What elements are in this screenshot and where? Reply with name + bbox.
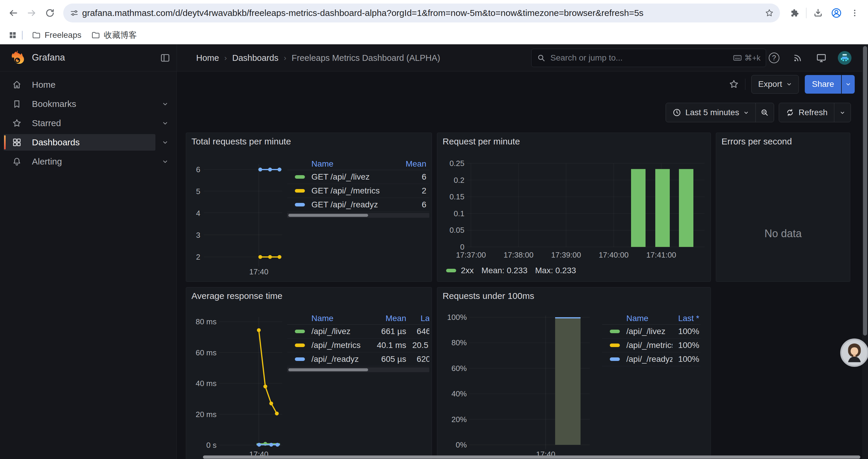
reload-icon[interactable] <box>41 4 59 22</box>
legend-header-name[interactable]: Name <box>287 314 370 323</box>
legend-row[interactable]: /api/_/metrics 40.1 ms 20.5 ms <box>287 338 429 352</box>
news-rss-icon[interactable] <box>792 52 803 64</box>
scrollbar-thumb[interactable] <box>288 214 368 217</box>
legend-row[interactable]: GET /api/_/metrics 2 <box>287 184 429 198</box>
series-name[interactable]: GET /api/_/livez <box>311 172 397 182</box>
extensions-icon[interactable] <box>785 4 804 22</box>
legend-row[interactable]: GET /api/_/livez 6 <box>287 170 429 184</box>
time-controls: Last 5 minutes Refresh <box>665 103 851 122</box>
dashboard-actions: Export Share <box>728 75 855 94</box>
legend-scrollbar[interactable] <box>287 367 429 372</box>
sidebar-item-bookmarks[interactable]: Bookmarks <box>0 96 176 112</box>
series-name[interactable]: GET /api/_/metrics <box>311 186 397 196</box>
zoom-out-button[interactable] <box>755 103 774 122</box>
browser-menu-icon[interactable] <box>845 4 864 22</box>
sidebar-item-home[interactable]: Home <box>0 76 176 93</box>
request-per-minute-chart[interactable]: 17:37:0017:38:0017:39:0017:40:0017:41:00… <box>437 133 711 282</box>
sidebar-item-alerting[interactable]: Alerting <box>0 153 176 170</box>
panel-title[interactable]: Request per minute <box>442 136 520 146</box>
share-dropdown-button[interactable] <box>842 75 855 94</box>
series-name[interactable]: /api/_/livez <box>311 327 370 336</box>
legend-header-mean[interactable]: Mean <box>370 314 406 323</box>
legend-header-name[interactable]: Name <box>602 314 673 323</box>
y-axis-tick: 0 s <box>188 441 217 450</box>
series-name[interactable]: /api/_/livez <box>626 327 673 336</box>
user-avatar[interactable] <box>838 51 851 65</box>
export-button[interactable]: Export <box>751 75 799 94</box>
y-axis-tick: 4 <box>188 209 200 218</box>
series-name: 2xx <box>461 266 474 275</box>
series-name[interactable]: GET /api/_/readyz <box>311 200 397 209</box>
series-name[interactable]: /api/_/metrics <box>626 340 673 350</box>
panel-title[interactable]: Total requests per minute <box>191 136 291 146</box>
horizontal-scrollbar[interactable] <box>177 455 862 459</box>
refresh-interval-dropdown[interactable] <box>834 103 850 122</box>
search-input[interactable] <box>550 53 728 63</box>
panel-title[interactable]: Errors per second <box>721 136 792 146</box>
legend-row[interactable]: /api/_/metrics 100% <box>602 338 701 352</box>
series-name[interactable]: /api/_/metrics <box>311 340 370 350</box>
browser-toolbar: grafana.mathmast.com/d/deytv4rwavabkb/fr… <box>0 0 868 26</box>
legend-row[interactable]: GET /api/_/readyz 6 <box>287 198 429 212</box>
monitor-icon[interactable] <box>816 52 827 64</box>
refresh-button[interactable]: Refresh <box>779 103 834 122</box>
url-text[interactable]: grafana.mathmast.com/d/deytv4rwavabkb/fr… <box>82 8 761 18</box>
site-settings-icon[interactable] <box>66 5 82 21</box>
download-icon[interactable] <box>809 4 827 22</box>
panel-requests-under-100ms: Requests under 100ms 100%80%60%40%20%0%1… <box>437 287 711 459</box>
legend-item[interactable]: 2xx <box>446 266 474 275</box>
browser-profile-icon[interactable] <box>827 4 845 22</box>
chevron-down-icon[interactable] <box>162 139 168 145</box>
share-button[interactable]: Share <box>805 75 841 94</box>
chevron-down-icon[interactable] <box>162 158 168 165</box>
chevron-down-icon <box>786 81 792 87</box>
series-name[interactable]: /api/_/readyz <box>626 355 673 364</box>
breadcrumb-dashboards[interactable]: Dashboards <box>232 53 278 63</box>
address-bar[interactable]: grafana.mathmast.com/d/deytv4rwavabkb/fr… <box>63 4 780 23</box>
series-color-swatch <box>295 203 305 206</box>
series-last: 100% <box>673 355 701 364</box>
y-axis-tick: 20% <box>440 415 467 424</box>
bookmark-folder-freeleaps[interactable]: Freeleaps <box>27 28 86 42</box>
legend-header-last[interactable]: Last * <box>673 314 701 323</box>
legend-row[interactable]: /api/_/livez 661 µs 646 µs <box>287 325 429 338</box>
time-range-picker[interactable]: Last 5 minutes <box>666 103 755 122</box>
legend-row[interactable]: /api/_/readyz 100% <box>602 352 701 366</box>
sidebar-item-dashboards[interactable]: Dashboards <box>0 134 176 151</box>
bookmark-folder-blogs[interactable]: 收藏博客 <box>86 28 142 42</box>
series-name[interactable]: /api/_/readyz <box>311 355 370 364</box>
sidebar-item-label: Starred <box>32 115 61 131</box>
x-axis-tick: 17:40:00 <box>598 251 628 260</box>
series-color-swatch <box>295 189 305 193</box>
legend-row[interactable]: /api/_/readyz 605 µs 620 µs <box>287 352 429 366</box>
sidebar: Home Bookmarks Starred <box>0 71 177 459</box>
breadcrumb-home[interactable]: Home <box>196 53 219 63</box>
scrollbar-thumb[interactable] <box>863 46 867 335</box>
series-color-swatch <box>295 343 305 347</box>
bookmarks-bar: Freeleaps 收藏博客 <box>0 26 868 44</box>
back-icon[interactable] <box>4 4 23 22</box>
legend-header-mean[interactable]: Mean <box>397 159 429 169</box>
chevron-down-icon[interactable] <box>162 101 168 107</box>
help-icon[interactable]: ? <box>769 52 780 64</box>
sidebar-item-starred[interactable]: Starred <box>0 115 176 131</box>
apps-grid-icon[interactable] <box>6 28 20 42</box>
legend-row[interactable]: /api/_/livez 100% <box>602 325 701 338</box>
grafana-logo[interactable] <box>9 50 25 67</box>
scrollbar-thumb[interactable] <box>203 455 860 459</box>
vertical-scrollbar[interactable] <box>862 44 868 459</box>
forward-icon[interactable] <box>23 4 41 22</box>
legend-header-last[interactable]: Last * <box>406 314 429 323</box>
favorite-star-icon[interactable] <box>728 79 739 90</box>
chevron-down-icon[interactable] <box>162 120 168 126</box>
legend-header-name[interactable]: Name <box>287 159 397 169</box>
panel-title[interactable]: Average response time <box>191 291 282 301</box>
floating-assistant-avatar[interactable] <box>840 338 868 367</box>
search-bar[interactable]: ⌘+k <box>531 49 766 67</box>
scrollbar-thumb[interactable] <box>288 368 368 371</box>
panel-title[interactable]: Requests under 100ms <box>442 291 534 301</box>
bookmark-star-icon[interactable] <box>761 5 778 21</box>
y-axis-tick: 80% <box>440 338 467 347</box>
dock-menu-icon[interactable] <box>160 53 170 63</box>
legend-scrollbar[interactable] <box>287 213 429 218</box>
